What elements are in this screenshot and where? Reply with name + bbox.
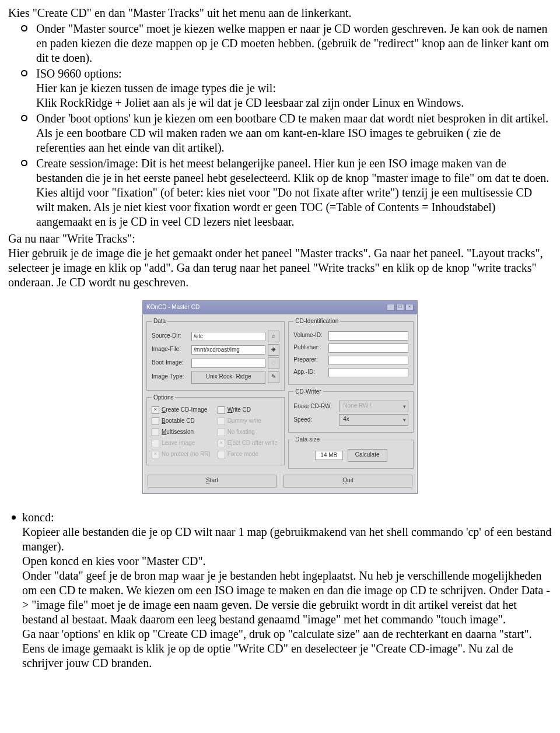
input-publisher[interactable] [328,343,408,353]
button-start[interactable]: Start [148,475,276,488]
group-options-legend: Options [152,394,175,402]
input-source-dir[interactable]: /etc [191,332,265,341]
check-no-fixating: No fixating [218,429,280,436]
write-tracks-paragraph: Ga nu naar "Write Tracks": Hier gebruik … [8,232,552,290]
label-speed: Speed: [293,416,337,424]
browse-image-file-icon[interactable]: ◈ [268,344,279,356]
check-leave-image: Leave image [152,440,214,447]
label-image-file: Image-File: [152,346,189,353]
dialog-titlebar[interactable]: KOnCD - Master CD – □ × [143,301,417,314]
group-data: Data Source-Dir: /etc ⌕ Image-File: /mnt… [146,318,285,391]
label-preparer: Preparer: [293,356,326,364]
input-volume-id[interactable] [328,331,408,341]
check-create-cd-image[interactable]: ×Create CD-Image [152,406,214,414]
button-quit[interactable]: Quit [284,475,412,488]
group-options: Options ×Create CD-Image Write CD Bootab… [146,394,285,466]
check-force-mode: Force mode [218,451,280,458]
label-image-type: Image-Type: [152,373,189,381]
label-volume-id: Volume-ID: [293,332,326,339]
browse-boot-image-icon[interactable]: ◇ [268,357,279,369]
input-image-file[interactable]: /mnt/xcdroast/img [191,345,265,355]
bullet-master-source: Onder "Master source" moet je kiezen wel… [36,22,552,65]
browse-source-dir-icon[interactable]: ⌕ [268,331,279,342]
button-image-type[interactable]: Unix Rock- Ridge [191,371,265,384]
combo-speed[interactable]: 4x [339,414,408,426]
label-boot-image: Boot-Image: [152,359,189,367]
group-data-legend: Data [152,318,167,325]
group-cdident-legend: CD-Identification [293,318,340,325]
maximize-icon[interactable]: □ [396,304,404,311]
check-multisession[interactable]: Multisession [152,429,214,436]
check-dummy-write: Dummy write [218,418,280,425]
sub-bullets: Onder "Master source" moet je kiezen wel… [8,22,552,229]
dialog-title: KOnCD - Master CD [146,304,200,311]
edit-image-type-icon[interactable]: ✎ [268,371,279,383]
check-no-protect: ×No protect (no RR) [152,451,214,458]
minimize-icon[interactable]: – [387,304,395,311]
bullet-iso9660: ISO 9660 options: Hier kan je kiezen tus… [36,66,552,110]
group-cd-writer: CD-Writer Erase CD-RW: None RW ! Speed: … [288,388,414,433]
check-eject-cd: ×Eject CD after write [218,440,280,447]
group-datasize-legend: Data size [293,436,321,444]
group-data-size: Data size 14 MB Calculate [288,436,414,469]
label-erase-cdrw: Erase CD-RW: [293,403,337,411]
label-publisher: Publisher: [293,344,326,352]
check-bootable-cd[interactable]: Bootable CD [152,418,214,425]
label-source-dir: Source-Dir: [152,332,189,340]
value-data-size: 14 MB [315,451,343,460]
label-app-id: App.-ID: [293,369,326,376]
input-preparer[interactable] [328,356,408,365]
intro-line: Kies "Create CD" en dan "Master Tracks" … [8,6,552,20]
input-app-id[interactable] [328,368,408,377]
close-icon[interactable]: × [405,304,414,311]
koncd-body: Kopieer alle bestanden die je op CD wilt… [22,525,552,671]
group-cd-identification: CD-Identification Volume-ID: Publisher: … [288,318,414,385]
koncd-master-cd-dialog: KOnCD - Master CD – □ × Data Source-Dir:… [142,300,418,494]
bullet-create-session: Create session/image: Dit is het meest b… [36,156,552,229]
button-calculate[interactable]: Calculate [348,449,387,462]
combo-erase-cdrw[interactable]: None RW ! [339,401,408,412]
bullet-boot-options: Onder 'boot options' kun je kiezen om ee… [36,111,552,155]
group-cdwriter-legend: CD-Writer [293,388,323,396]
koncd-section: koncd: Kopieer alle bestanden die je op … [8,510,552,671]
check-write-cd[interactable]: Write CD [218,406,280,414]
input-boot-image[interactable] [191,359,265,368]
koncd-heading: koncd: [22,510,552,525]
